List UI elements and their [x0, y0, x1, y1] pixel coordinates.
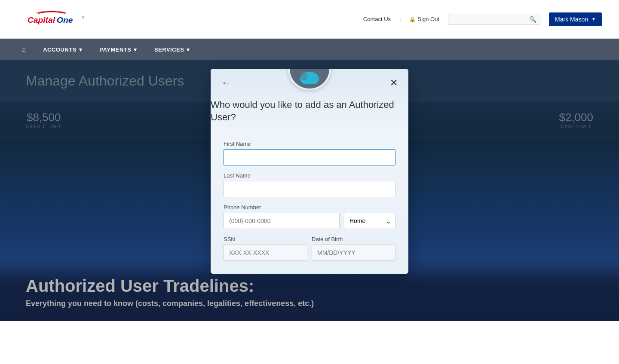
first-name-label: First Name — [224, 141, 395, 147]
modal-form: First Name Last Name Phone Number — [211, 132, 408, 274]
phone-row: Home Mobile Work ⌄ — [224, 213, 395, 229]
phone-type-wrapper: Home Mobile Work ⌄ — [344, 213, 395, 229]
dob-input[interactable] — [312, 245, 395, 261]
phone-input[interactable] — [224, 213, 340, 229]
nav-payments[interactable]: PAYMENTS ▾ — [91, 39, 146, 60]
last-name-input[interactable] — [224, 181, 395, 197]
nav-home[interactable]: ⌂ — [13, 39, 34, 60]
payments-chevron-icon: ▾ — [134, 46, 137, 53]
modal-top-section: ← ✕ Who would you like to add as an Auth… — [211, 69, 408, 132]
home-icon: ⌂ — [21, 46, 26, 53]
search-box: 🔍 — [448, 14, 540, 25]
chevron-down-icon: ▼ — [591, 17, 596, 21]
search-input[interactable] — [452, 16, 529, 22]
svg-text:®: ® — [82, 15, 84, 19]
first-name-group: First Name — [224, 141, 395, 165]
svg-point-5 — [300, 72, 307, 80]
ssn-group: SSN — [224, 236, 307, 261]
user-menu-button[interactable]: Mark Mason ▼ — [549, 12, 602, 26]
last-name-label: Last Name — [224, 172, 395, 179]
capital-one-logo: Capital One ® — [17, 9, 86, 30]
modal-question: Who would you like to add as an Authoriz… — [211, 99, 408, 123]
svg-text:One: One — [57, 15, 73, 24]
lock-icon: 🔒 — [409, 16, 416, 22]
add-authorized-user-modal: ← ✕ Who would you like to add as an Auth… — [211, 69, 408, 274]
phone-label: Phone Number — [224, 204, 395, 211]
dob-group: Date of Birth — [312, 236, 395, 261]
dob-label: Date of Birth — [312, 236, 395, 242]
nav-accounts[interactable]: ACCOUNTS ▾ — [34, 39, 91, 60]
phone-group: Phone Number Home Mobile Work ⌄ — [224, 204, 395, 229]
back-button[interactable]: ← — [219, 75, 233, 91]
top-right-area: Contact Us | 🔒 Sign Out 🔍 Mark Mason ▼ — [363, 12, 602, 26]
ssn-label: SSN — [224, 236, 307, 242]
services-chevron-icon: ▾ — [187, 46, 190, 53]
top-bar: Capital One ® Contact Us | 🔒 Sign Out 🔍 … — [0, 0, 619, 39]
user-silhouette-icon — [294, 69, 325, 84]
first-name-input[interactable] — [224, 149, 395, 165]
sign-out-link[interactable]: 🔒 Sign Out — [409, 16, 439, 22]
avatar — [288, 69, 331, 90]
close-button[interactable]: ✕ — [388, 75, 400, 91]
nav-bar: ⌂ ACCOUNTS ▾ PAYMENTS ▾ SERVICES ▾ — [0, 39, 619, 60]
user-name: Mark Mason — [555, 16, 588, 23]
nav-services[interactable]: SERVICES ▾ — [146, 39, 199, 60]
svg-text:Capital: Capital — [28, 15, 55, 24]
modal-overlay: ← ✕ Who would you like to add as an Auth… — [0, 60, 619, 321]
phone-type-select[interactable]: Home Mobile Work — [344, 213, 395, 229]
page-background: Manage Authorized Users $8,500 CREDIT LI… — [0, 60, 619, 321]
ssn-input[interactable] — [224, 245, 307, 261]
last-name-group: Last Name — [224, 172, 395, 197]
contact-us-link[interactable]: Contact Us — [363, 16, 391, 22]
svg-point-3 — [303, 69, 316, 69]
separator: | — [399, 16, 401, 22]
ssn-dob-row: SSN Date of Birth — [224, 236, 395, 261]
logo-area: Capital One ® — [17, 9, 86, 30]
search-icon[interactable]: 🔍 — [529, 16, 536, 23]
accounts-chevron-icon: ▾ — [79, 46, 83, 53]
